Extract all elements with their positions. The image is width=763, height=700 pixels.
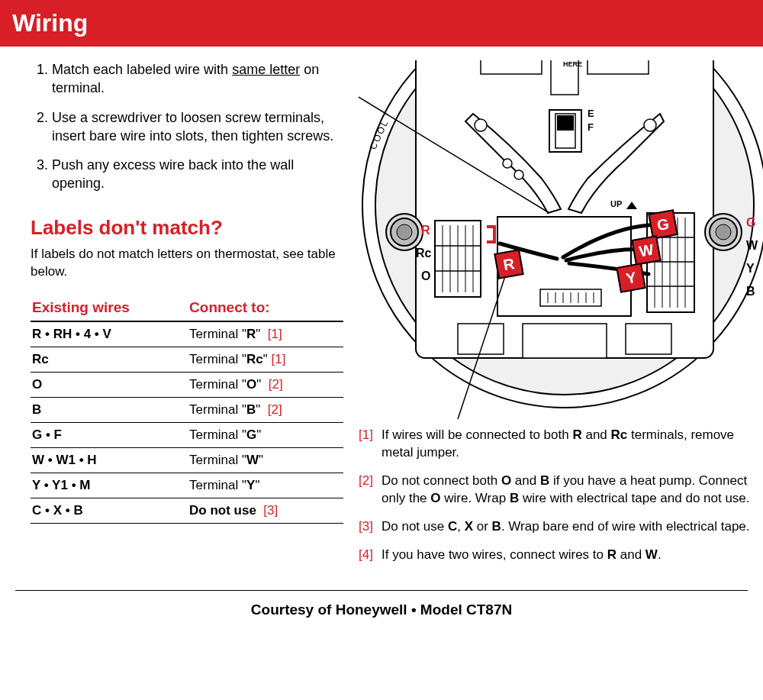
- cell-conn: Terminal "Rc" [1]: [188, 347, 343, 372]
- label-f: F: [588, 121, 594, 133]
- footer-credit: Courtesy of Honeywell • Model CT87N: [0, 591, 763, 634]
- svg-rect-4: [481, 60, 542, 74]
- footnote-3: [3] Do not use C, X or B. Wrap bare end …: [359, 518, 763, 536]
- footnote-4: [4] If you have two wires, connect wires…: [359, 547, 763, 564]
- term-label-r: R: [421, 224, 430, 237]
- table-row: Y • Y1 • M Terminal "Y": [31, 473, 343, 498]
- cell-ex: O: [31, 372, 188, 397]
- svg-rect-43: [626, 324, 671, 354]
- cell-ex: B: [31, 397, 188, 422]
- th-connect: Connect to:: [188, 295, 343, 321]
- footnote-text: If wires will be connected to both R and…: [382, 427, 763, 462]
- table-row: O Terminal "O" [2]: [31, 372, 343, 397]
- term-label-rc: Rc: [416, 247, 431, 260]
- cell-conn: Do not use [3]: [188, 498, 343, 523]
- table-row: B Terminal "B" [2]: [31, 397, 343, 422]
- term-label-o: O: [421, 269, 430, 283]
- wire-tag-y: Y: [616, 263, 645, 292]
- svg-point-12: [397, 224, 412, 240]
- label-up: UP: [610, 199, 622, 208]
- cell-ex: Rc: [31, 347, 188, 372]
- left-column: Match each labeled wire with same letter…: [31, 60, 351, 575]
- svg-point-47: [503, 159, 512, 168]
- content-grid: Match each labeled wire with same letter…: [0, 60, 763, 582]
- footnote-num: [3]: [359, 518, 382, 536]
- term-label-y: Y: [746, 262, 755, 276]
- svg-point-45: [475, 119, 487, 131]
- footnote-num: [2]: [359, 473, 382, 508]
- cell-ex: R • RH • 4 • V: [31, 321, 188, 347]
- table-row: W • W1 • H Terminal "W": [31, 447, 343, 473]
- instruction-step-2: Use a screwdriver to loosen screw termin…: [52, 108, 343, 146]
- cell-conn: Terminal "R" [1]: [188, 321, 343, 347]
- footnote-text: Do not use C, X or B. Wrap bare end of w…: [382, 518, 763, 536]
- label-here: HERE: [563, 60, 582, 68]
- instruction-list: Match each labeled wire with same letter…: [31, 60, 343, 193]
- cell-conn: Terminal "W": [188, 447, 343, 473]
- step1-a: Match each labeled wire with: [52, 62, 232, 77]
- term-label-b: B: [746, 285, 755, 298]
- cell-ex: C • X • B: [31, 498, 188, 523]
- cell-conn: Terminal "B" [2]: [188, 397, 343, 422]
- footnote-num: [4]: [359, 547, 382, 564]
- thermostat-diagram: R G W Y R Rc O G W Y B E F UP HERE COOL: [359, 60, 763, 427]
- wire-tag-g: G: [648, 209, 678, 239]
- wiring-table: Existing wires Connect to: R • RH • 4 • …: [31, 295, 343, 524]
- term-label-w: W: [746, 239, 758, 253]
- svg-point-48: [514, 170, 523, 179]
- footnote-num: [1]: [359, 427, 382, 462]
- cell-conn: Terminal "G": [188, 422, 343, 447]
- term-label-g: G: [746, 216, 755, 230]
- wire-tag-w: W: [631, 235, 661, 265]
- table-row: R • RH • 4 • V Terminal "R" [1]: [31, 321, 343, 347]
- instruction-step-1: Match each labeled wire with same letter…: [52, 60, 343, 98]
- cell-ex: Y • Y1 • M: [31, 473, 188, 498]
- page-title: Wiring: [12, 9, 751, 37]
- table-row: Rc Terminal "Rc" [1]: [31, 347, 343, 372]
- diagram-svg: [359, 60, 763, 427]
- header-bar: Wiring: [0, 0, 763, 47]
- cell-ex: W • W1 • H: [31, 447, 188, 473]
- step1-b: same letter: [232, 62, 300, 77]
- svg-point-46: [644, 119, 656, 131]
- nomatch-heading: Labels don't match?: [31, 216, 343, 240]
- right-column: R G W Y R Rc O G W Y B E F UP HERE COOL …: [351, 60, 763, 575]
- svg-rect-9: [557, 115, 574, 131]
- svg-rect-44: [523, 324, 607, 358]
- footnote-text: Do not connect both O and B if you have …: [382, 473, 763, 508]
- table-row: G • F Terminal "G": [31, 422, 343, 447]
- nomatch-sub: If labels do not match letters on thermo…: [31, 246, 343, 281]
- footnote-1: [1] If wires will be connected to both R…: [359, 427, 763, 462]
- svg-point-15: [716, 224, 731, 240]
- instruction-step-3: Push any excess wire back into the wall …: [52, 156, 343, 193]
- wire-tag-r: R: [494, 249, 523, 279]
- svg-rect-5: [588, 60, 649, 74]
- th-existing: Existing wires: [31, 295, 188, 321]
- cell-ex: G • F: [31, 422, 188, 447]
- cell-conn: Terminal "O" [2]: [188, 372, 343, 397]
- table-row: C • X • B Do not use [3]: [31, 498, 343, 523]
- footnote-text: If you have two wires, connect wires to …: [382, 547, 763, 564]
- footnote-2: [2] Do not connect both O and B if you h…: [359, 473, 763, 508]
- footnotes: [1] If wires will be connected to both R…: [359, 427, 763, 564]
- cell-conn: Terminal "Y": [188, 473, 343, 498]
- label-e: E: [588, 108, 594, 119]
